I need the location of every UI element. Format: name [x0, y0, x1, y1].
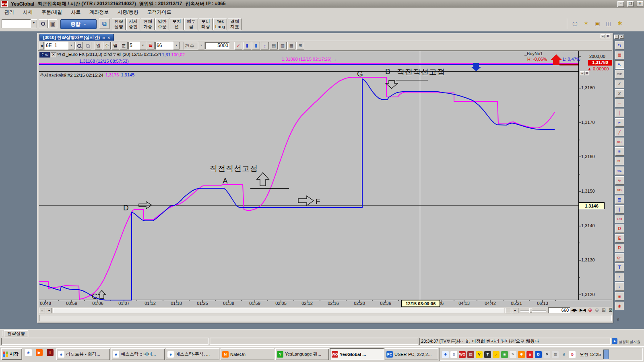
low-high-icon[interactable]: L/H	[615, 215, 624, 223]
task-window-1[interactable]: e리모트뷰 - 원격...	[56, 348, 110, 360]
clock-icon[interactable]: ◷	[570, 19, 580, 28]
strategy-tab[interactable]: 전략실행	[4, 330, 28, 337]
tray-icon-9[interactable]: ✎	[510, 351, 516, 358]
show-desktop-button[interactable]	[603, 350, 609, 359]
fibo-l-icon[interactable]: f/L	[615, 157, 624, 165]
tray-icon-16[interactable]: ⊘	[569, 351, 576, 358]
tab-close-icon[interactable]: ✕	[107, 36, 111, 40]
toolbox-more-icon[interactable]: ≪	[616, 318, 620, 321]
tray-icon-2[interactable]: ▯	[450, 351, 457, 358]
grid-toggle-icon[interactable]: ⊞	[602, 307, 606, 313]
quick-button-예수금[interactable]: 예수금	[184, 18, 198, 30]
tray-icon-15[interactable]: ıl	[560, 351, 567, 358]
period-minute-button[interactable]: 분	[120, 42, 128, 49]
search-button[interactable]	[39, 19, 47, 28]
symbol-combo[interactable]: 6E_1 ▼	[45, 42, 74, 49]
app-i-icon[interactable]: I	[47, 349, 54, 356]
menu-차트[interactable]: 차트	[66, 8, 85, 16]
nav-left-button[interactable]: ◂	[39, 42, 44, 49]
task-window-7[interactable]: PCUSER-PC, 222,2...	[385, 348, 438, 360]
tray-icon-6[interactable]: T	[484, 351, 491, 358]
text-t-icon[interactable]: T	[615, 263, 624, 272]
quick-button-현재가종[interactable]: 현재가종	[141, 18, 155, 30]
expand-icon[interactable]: ◀▶	[571, 308, 577, 312]
zoom-slider-thumb[interactable]	[529, 308, 532, 313]
tray-icon-8[interactable]: ❀	[501, 351, 508, 358]
task-window-3[interactable]: e예스스탁-주식, ...	[166, 348, 219, 360]
quote-icon[interactable]: Q=	[615, 253, 624, 262]
package-icon[interactable]: ◫	[604, 19, 613, 28]
task-window-6[interactable]: WOYesGlobal ...	[330, 348, 384, 360]
tray-icon-1[interactable]: ✚	[442, 351, 449, 358]
tray-icon-14[interactable]: ▥	[552, 351, 559, 358]
visible-bars-input[interactable]: 660	[548, 307, 570, 313]
doc-r-icon[interactable]: ▥	[279, 42, 287, 49]
tray-icon-7[interactable]: ♪	[493, 351, 500, 358]
parallel-lines-icon[interactable]: ≡	[615, 147, 624, 156]
vertical-line-icon[interactable]: │	[615, 109, 624, 117]
tray-icon-11[interactable]: a	[526, 351, 533, 358]
news-ticker[interactable]: 23:34:37 [TV토론]朴 · 文, 이정희 빈자리 '난타전'으로 채웠…	[419, 338, 611, 345]
scroll-thumb[interactable]	[505, 308, 511, 313]
toolbox-close-button[interactable]: ✕	[619, 35, 624, 39]
tray-icon-10[interactable]: ✱	[518, 351, 525, 358]
trend-line-icon[interactable]: ╱	[615, 128, 624, 136]
scroll-track[interactable]	[53, 308, 504, 313]
restore-button[interactable]: ❐	[627, 1, 634, 7]
symbol-search-button[interactable]	[75, 42, 83, 49]
save-button[interactable]: ▣	[48, 19, 57, 28]
link-icon[interactable]: ∞	[102, 36, 105, 40]
menu-관리[interactable]: 관리	[0, 8, 19, 16]
count-combo[interactable]: 건수 ▼	[184, 42, 204, 49]
minute-combo[interactable]: 5 ▼	[128, 42, 146, 49]
quick-button-경제지표[interactable]: 경제지표	[228, 18, 242, 30]
doc-color-icon[interactable]: ▦	[287, 42, 295, 49]
menu-계좌정보[interactable]: 계좌정보	[85, 8, 113, 16]
menu-시황/동향[interactable]: 시황/동향	[113, 8, 142, 16]
task-window-2[interactable]: e예스스탁 :: 네이...	[111, 348, 165, 360]
quick-button-일반주문[interactable]: 일반주문	[155, 18, 169, 30]
bar-count-input[interactable]: 5000	[205, 42, 229, 49]
half-line-icon[interactable]: ⌐	[615, 118, 624, 127]
new-window-button[interactable]: ⧉	[99, 19, 109, 29]
quick-button-전략실행[interactable]: 전략실행	[112, 18, 126, 30]
scroll-left-button[interactable]: ◂	[46, 308, 52, 313]
horizontal-line-icon[interactable]: ─	[615, 99, 624, 107]
rect-marker-icon[interactable]: ▣	[615, 292, 624, 300]
mode-button[interactable]: 종합▼	[60, 19, 97, 29]
dropdown-icon[interactable]: ▼	[68, 42, 74, 49]
scroll-grip[interactable]: ≡	[39, 308, 45, 313]
combo-dropdown-icon[interactable]: ▼	[31, 19, 37, 28]
tray-icon-12[interactable]: B	[535, 351, 542, 358]
toolbox-minimize-button[interactable]: –	[614, 35, 619, 39]
doc-d-icon[interactable]: ▤	[270, 42, 278, 49]
sort-icon[interactable]: ↕	[261, 42, 269, 49]
quick-button-시세종합[interactable]: 시세종합	[126, 18, 140, 30]
circle-marker-icon[interactable]: ◉	[615, 302, 624, 310]
task-window-5[interactable]: YYesLanguage 편...	[275, 348, 329, 360]
formula-tag[interactable]: 수식	[39, 52, 50, 58]
menu-시세[interactable]: 시세	[19, 8, 37, 16]
pane-close-button[interactable]: ✕	[585, 71, 589, 75]
alert-icon[interactable]: ▲	[612, 338, 617, 344]
tick-combo[interactable]: 66 ▼	[155, 42, 180, 49]
period-tick-button[interactable]: 틱	[147, 42, 155, 49]
zoom-in-icon[interactable]: ⊕	[588, 307, 592, 313]
zoom-out-icon[interactable]: ⊖	[595, 307, 599, 313]
erase-one-icon[interactable]: ✗	[615, 80, 624, 88]
formula-close-icon[interactable]: ✕	[51, 52, 56, 57]
period-month-button[interactable]: 월	[111, 42, 119, 49]
close-button[interactable]: ✕	[637, 1, 643, 7]
text-tool-icon[interactable]: A/T	[615, 138, 624, 146]
media-player-icon[interactable]: ▶	[36, 349, 43, 356]
arrow-up-icon[interactable]: ↑	[615, 273, 624, 281]
channel-icon[interactable]: ∥	[615, 205, 624, 214]
chart-close-button[interactable]: ✕	[606, 34, 610, 38]
zigzag-icon[interactable]: ∿	[615, 176, 624, 185]
refresh-icon[interactable]: ⇆	[615, 41, 624, 49]
chart-link-icon[interactable]: ▦	[615, 51, 624, 59]
screen-number-combo[interactable]: ▼	[2, 19, 37, 28]
fibo-b-icon[interactable]: f/B	[615, 186, 624, 194]
period-day-button[interactable]: 일	[95, 42, 102, 49]
erase-all-icon[interactable]: ✘	[615, 89, 624, 98]
